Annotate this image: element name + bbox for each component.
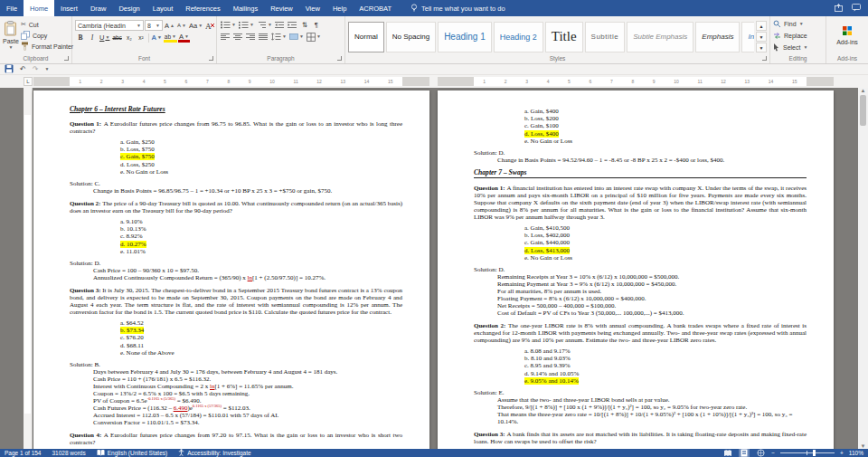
style-normal[interactable]: Normal [348, 22, 384, 52]
align-right-icon [246, 33, 256, 41]
ruler-number: 4 [547, 79, 550, 84]
style-intense[interactable]: Intense Emphas [741, 22, 754, 52]
select-button[interactable]: Select ▼ [773, 43, 807, 53]
find-button[interactable]: Find ▼ [773, 19, 804, 30]
line-spacing-button[interactable]: ▼ [270, 32, 288, 42]
superscript-button[interactable]: x² [136, 33, 146, 43]
ribbon-tab-home[interactable]: Home [24, 0, 54, 16]
horizontal-ruler-left-page[interactable]: 123456789101112131415 [33, 77, 429, 86]
font-size-select[interactable]: 8▼ [145, 20, 163, 31]
ruler-number: 1 [483, 79, 486, 84]
gallery-more-button[interactable]: ▼ [756, 43, 767, 52]
answer-option: e. None of the Above [120, 349, 402, 357]
align-center-button[interactable] [232, 32, 244, 42]
numbering-button[interactable]: ▼ [238, 20, 255, 30]
share-icon[interactable] [835, 4, 843, 14]
zoom-slider[interactable] [780, 452, 835, 453]
text-effects-button[interactable]: A▼ [151, 33, 163, 43]
vertical-ruler[interactable] [24, 88, 33, 449]
zoom-in-button[interactable]: + [840, 450, 844, 456]
subscript-button[interactable]: x₂ [124, 33, 135, 43]
style-nospacing[interactable]: No Spacing [386, 22, 436, 52]
replace-button[interactable]: Replace [773, 31, 807, 42]
scrollbar-thumb[interactable] [860, 95, 866, 126]
justify-button[interactable] [258, 32, 269, 42]
cut-button[interactable]: ✂ Cut [19, 19, 75, 30]
word-count[interactable]: 31028 words [52, 450, 85, 456]
borders-button[interactable]: ▼ [306, 32, 322, 42]
paragraph-dialog-launcher[interactable] [337, 56, 342, 61]
ribbon-tab-layout[interactable]: Layout [146, 0, 180, 16]
style-emphasis[interactable]: Emphasis [695, 22, 740, 52]
zoom-slider-thumb[interactable] [813, 450, 816, 456]
style-h1[interactable]: Heading 1 [438, 22, 492, 52]
print-layout-button[interactable] [739, 449, 750, 457]
document-page-2[interactable]: a. Gain, $400b. Loss, $200c. Gain, $100d… [438, 90, 834, 449]
style-subtitle[interactable]: Subtitle [585, 22, 626, 52]
ribbon-tab-mailings[interactable]: Mailings [227, 0, 265, 16]
clear-formatting-button[interactable]: A [204, 21, 215, 31]
style-h2[interactable]: Heading 2 [494, 22, 543, 52]
ribbon-tab-review[interactable]: Review [264, 0, 299, 16]
scroll-down-arrow[interactable]: ▼ [861, 443, 866, 449]
redo-button[interactable]: ↷ [33, 65, 39, 73]
highlight-button[interactable]: ab▼ [164, 33, 177, 43]
ribbon-tab-references[interactable]: References [179, 0, 226, 16]
copy-button[interactable]: Copy [19, 30, 75, 41]
ribbon-tab-file[interactable]: File [0, 0, 24, 16]
format-painter-button[interactable]: Format Painter [19, 41, 75, 52]
proofing-status[interactable]: English (United States) [97, 450, 167, 457]
scroll-up-arrow[interactable]: ▲ [861, 88, 866, 93]
bold-button[interactable]: B [75, 33, 86, 43]
zoom-level[interactable]: 110% [849, 450, 863, 456]
clear-formatting-icon: A [205, 22, 214, 30]
decrease-indent-button[interactable] [274, 20, 286, 30]
multilevel-list-button[interactable]: ▼ [256, 20, 273, 30]
show-formatting-marks-button[interactable]: ¶ [311, 20, 322, 30]
vertical-scrollbar[interactable]: ▲ ▼ [858, 88, 868, 449]
ribbon-tab-draw[interactable]: Draw [84, 0, 113, 16]
zoom-out-button[interactable]: − [771, 450, 775, 456]
align-right-button[interactable] [245, 32, 257, 42]
tell-me-search[interactable]: Tell me what you want to do [410, 0, 505, 16]
italic-button[interactable]: I [87, 33, 98, 43]
strikethrough-button[interactable]: abc [111, 33, 122, 43]
bullets-button[interactable]: ▼ [220, 20, 237, 30]
change-case-button[interactable]: Aa▼ [188, 21, 203, 31]
undo-button[interactable]: ↶ [20, 65, 26, 73]
save-button[interactable] [5, 64, 14, 75]
styles-dialog-launcher[interactable] [762, 56, 767, 61]
increase-indent-button[interactable] [287, 20, 298, 30]
comments-icon[interactable] [852, 4, 861, 14]
web-layout-button[interactable] [755, 449, 766, 457]
ribbon-tab-help[interactable]: Help [326, 0, 353, 16]
read-mode-button[interactable] [722, 449, 733, 457]
underline-button[interactable]: U▼ [99, 33, 110, 43]
gallery-down-button[interactable]: ▼ [756, 32, 767, 42]
font-color-button[interactable]: A▼ [178, 33, 190, 43]
addins-button[interactable]: Add-ins [829, 18, 865, 52]
document-page-1[interactable]: Chapter 6 – Interest Rate FuturesQuestio… [33, 90, 429, 449]
tab-stop-selector[interactable]: L [24, 77, 33, 86]
font-family-select[interactable]: Cambria (Headin▼ [75, 20, 144, 31]
paste-button[interactable]: Paste ▼ [3, 18, 19, 52]
ribbon-tab-design[interactable]: Design [112, 0, 146, 16]
gallery-up-button[interactable]: ▲ [756, 21, 767, 31]
cut-label: Cut [29, 22, 39, 28]
align-left-button[interactable] [220, 32, 231, 42]
shading-button[interactable]: ▼ [288, 32, 305, 42]
sort-button[interactable]: ⇅ [299, 20, 310, 30]
shrink-font-button[interactable]: A▼ [176, 21, 187, 31]
page-indicator[interactable]: Page 1 of 154 [5, 450, 41, 456]
ribbon-tab-acrobat[interactable]: ACROBAT [353, 0, 398, 16]
font-dialog-launcher[interactable] [209, 56, 213, 61]
customize-qat-button[interactable]: ▼ [44, 67, 49, 71]
ribbon-tab-view[interactable]: View [299, 0, 326, 16]
accessibility-status[interactable]: Accessibility: Investigate [178, 449, 250, 457]
style-title[interactable]: Title [545, 22, 583, 52]
ribbon-tab-insert[interactable]: Insert [54, 0, 84, 16]
grow-font-button[interactable]: A▲ [164, 21, 175, 31]
horizontal-ruler-right-page[interactable]: 123456789101112131415 [438, 77, 834, 86]
style-subtle[interactable]: Subtle Emphasis [627, 22, 693, 52]
clipboard-dialog-launcher[interactable] [64, 56, 69, 61]
